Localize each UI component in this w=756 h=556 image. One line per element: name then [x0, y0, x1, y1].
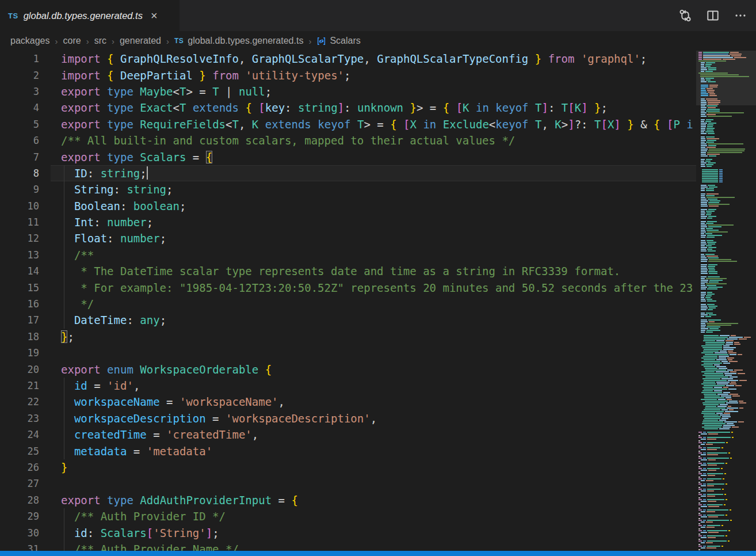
code-line-11[interactable]: 11 Int: number; [0, 214, 696, 230]
minimap-line [698, 155, 756, 157]
minimap-line [698, 304, 756, 305]
code-line-20[interactable]: 20export enum WorkspaceOrderable { [0, 361, 696, 377]
minimap-line [698, 256, 756, 257]
minimap-line [698, 468, 756, 469]
minimap-line [698, 425, 756, 426]
minimap-line [698, 389, 756, 390]
minimap-line [698, 123, 756, 124]
code-line-27[interactable]: 27 [0, 475, 696, 492]
minimap-line [698, 300, 756, 302]
code-line-18[interactable]: 18}; [0, 329, 696, 345]
code-line-3[interactable]: 3export type Maybe<T> = T | null; [0, 83, 696, 100]
minimap-line [698, 185, 756, 186]
close-tab-icon[interactable]: × [151, 10, 158, 21]
minimap-line [698, 311, 756, 312]
minimap-line [698, 233, 756, 234]
minimap-line [698, 370, 756, 371]
code-line-28[interactable]: 28export type AddAuthProviderInput = { [0, 492, 696, 508]
minimap-line [698, 268, 756, 269]
minimap-line [698, 445, 756, 447]
compare-changes-icon[interactable] [675, 6, 695, 25]
minimap-line [698, 411, 756, 412]
code-line-14[interactable]: 14 * The DateTime scalar type represents… [0, 263, 696, 279]
minimap-line [698, 368, 756, 369]
minimap-line [698, 145, 756, 146]
minimap-line [698, 361, 756, 362]
minimap-line [698, 447, 756, 448]
minimap-line [698, 190, 756, 191]
minimap-line [698, 173, 756, 174]
minimap-line [698, 537, 756, 538]
breadcrumb-item-core[interactable]: core [63, 36, 81, 46]
minimap-line [698, 111, 756, 112]
line-number: 7 [0, 151, 39, 163]
code-line-10[interactable]: 10 Boolean: boolean; [0, 198, 696, 214]
minimap-line [698, 205, 756, 207]
code-line-8[interactable]: 8 ID: string; [0, 165, 696, 181]
minimap-line [698, 264, 756, 265]
minimap-line [698, 502, 756, 504]
line-content: export type AddAuthProviderInput = { [61, 494, 298, 507]
code-line-1[interactable]: 1import { GraphQLResolveInfo, GraphQLSca… [0, 51, 696, 67]
code-line-22[interactable]: 22 workspaceName = 'workspaceName', [0, 394, 696, 410]
code-line-26[interactable]: 26} [0, 459, 696, 475]
minimap-line [698, 143, 756, 144]
line-number: 16 [0, 298, 39, 310]
code-line-4[interactable]: 4export type Exact<T extends { [key: str… [0, 100, 696, 116]
code-line-25[interactable]: 25 metadata = 'metadata' [0, 443, 696, 459]
minimap-line [698, 231, 756, 233]
code-line-15[interactable]: 15 * For example: "1985-04-12T23:20:50.5… [0, 279, 696, 295]
code-line-13[interactable]: 13 /** [0, 247, 696, 263]
minimap-line [698, 387, 756, 388]
code-line-24[interactable]: 24 createdTime = 'createdTime', [0, 426, 696, 443]
line-content: workspaceDescription = 'workspaceDescrip… [61, 412, 377, 425]
code-line-5[interactable]: 5export type RequireFields<T, K extends … [0, 116, 696, 132]
code-line-17[interactable]: 17 DateTime: any; [0, 312, 696, 328]
indent-guide [64, 247, 64, 263]
minimap-line [698, 212, 756, 214]
minimap[interactable] [696, 51, 756, 556]
code-line-19[interactable]: 19 [0, 345, 696, 361]
line-number: 1 [0, 53, 39, 64]
tab-global-db-types[interactable]: TS global.db.types.generated.ts × [0, 0, 180, 31]
line-content: import { DeepPartial } from 'utility-typ… [61, 69, 350, 82]
minimap-line [698, 136, 756, 138]
minimap-line [698, 520, 756, 521]
code-line-29[interactable]: 29 /** Auth Provider ID */ [0, 508, 696, 524]
minimap-line [698, 164, 756, 165]
code-line-7[interactable]: 7export type Scalars = { [0, 148, 696, 165]
minimap-line [698, 247, 756, 248]
code-line-30[interactable]: 30 id: Scalars['String']; [0, 524, 696, 540]
code-line-23[interactable]: 23 workspaceDescription = 'workspaceDesc… [0, 410, 696, 426]
minimap-line [698, 413, 756, 414]
code-line-21[interactable]: 21 id = 'id', [0, 378, 696, 394]
minimap-line [698, 218, 756, 219]
minimap-line [698, 513, 756, 514]
minimap-line [698, 150, 756, 151]
minimap-line [698, 511, 756, 512]
code-line-2[interactable]: 2import { DeepPartial } from 'utility-ty… [0, 67, 696, 83]
minimap-line [698, 518, 756, 519]
code-line-6[interactable]: 6/** All built-in and custom scalars, ma… [0, 132, 696, 148]
indent-guide [64, 524, 64, 540]
minimap-line [698, 237, 756, 238]
split-editor-icon[interactable] [703, 6, 723, 25]
code-editor[interactable]: 1import { GraphQLResolveInfo, GraphQLSca… [0, 51, 696, 556]
breadcrumb-item-generated[interactable]: generated [120, 36, 161, 46]
indent-guide [64, 296, 64, 312]
breadcrumb-item-packages[interactable]: packages [10, 36, 50, 46]
minimap-line [698, 335, 756, 336]
minimap-line [698, 278, 756, 279]
minimap-line [698, 461, 756, 462]
minimap-line [698, 245, 756, 246]
minimap-line [698, 337, 756, 338]
code-line-9[interactable]: 9 String: string; [0, 181, 696, 197]
breadcrumb-file[interactable]: TSglobal.db.types.generated.ts [174, 36, 303, 46]
code-line-12[interactable]: 12 Float: number; [0, 230, 696, 246]
breadcrumb-symbol-scalars[interactable]: Scalars [316, 36, 360, 46]
more-actions-icon[interactable] [731, 6, 750, 25]
minimap-line [698, 200, 756, 201]
code-line-16[interactable]: 16 */ [0, 296, 696, 312]
breadcrumb-item-src[interactable]: src [94, 36, 106, 46]
minimap-line [698, 294, 756, 295]
